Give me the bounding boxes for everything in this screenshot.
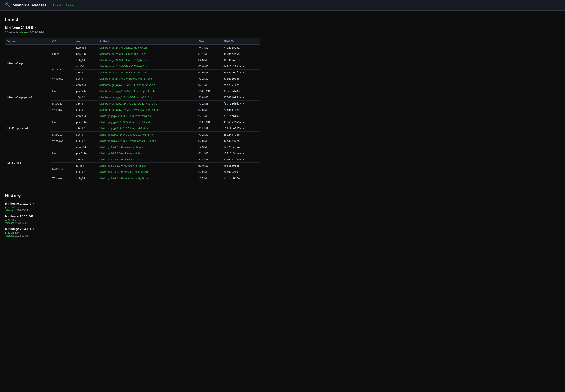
sha-cell: f9d754d8d7··· <box>221 101 260 107</box>
nav-history[interactable]: History <box>66 3 75 7</box>
arch-cell: aarch64 <box>74 82 97 88</box>
sha-cell: faac5571c4··· <box>221 82 260 88</box>
history-release-hash[interactable]: # <box>33 227 34 231</box>
table-row: Miniforge-pypy3Linuxaarch64Miniforge-pyp… <box>5 113 260 119</box>
latest-section: Latest Miniforge 24.3.0-0 # 22 artifacts… <box>5 17 260 181</box>
artifact-link[interactable]: Miniforge3-24.3.0-0-MacOSX-x86_64.sh <box>99 170 148 173</box>
os-cell: Linux <box>50 113 74 132</box>
sha-cell: 371da29c86··· <box>221 76 260 82</box>
artifact-cell: Mambaforge-pypy3-24.3.0-0-Windows-x86_64… <box>97 107 196 113</box>
history-release-title: Miniforge 23.11.0-0 # <box>5 214 260 218</box>
history-releases: Miniforge 24.1.2-0 # ▶ 22 artifacts rele… <box>5 202 260 237</box>
artifact-link[interactable]: Mambaforge-pypy3-24.3.0-0-Windows-x86_64… <box>99 108 160 111</box>
sha-cell: 45b24a7dec··· <box>221 132 260 138</box>
expand-button[interactable]: ▶ 22 artifacts <box>5 206 20 209</box>
artifact-cell: Mambaforge-pypy3-24.3.0-0-Linux-aarch64.… <box>97 82 196 88</box>
artifact-link[interactable]: Miniforge-pypy3-24.3.0-0-Linux-x86_64.sh <box>99 127 150 130</box>
artifact-cell: Miniforge3-24.3.0-0-Linux-ppc64le.sh <box>97 150 196 156</box>
arch-cell: x86_64 <box>74 76 97 82</box>
artifact-cell: Miniforge3-24.3.0-0-Linux-x86_64.sh <box>97 156 196 163</box>
size-cell: 81.1 MB <box>196 51 221 57</box>
artifact-link[interactable]: Miniforge3-24.3.0-0-Linux-ppc64le.sh <box>99 152 144 155</box>
sha-cell: 4266da74e6··· <box>221 119 260 126</box>
artifact-cell: Miniforge-pypy3-24.3.0-0-Linux-aarch64.s… <box>97 113 196 119</box>
sha-cell: b361dc6fa7··· <box>221 113 260 119</box>
size-cell: 91.8 MB <box>196 94 221 101</box>
os-cell: MacOSX <box>50 63 74 76</box>
history-release-item: Miniforge 24.1.2-0 # ▶ 22 artifacts rele… <box>5 202 260 212</box>
artifact-cell: Miniforge3-24.3.0-0-MacOSX-x86_64.sh <box>97 169 196 175</box>
col-size: Size <box>196 38 221 45</box>
artifact-link[interactable]: Miniforge3-24.3.0-0-Linux-x86_64.sh <box>99 158 143 161</box>
artifact-cell: Miniforge-pypy3-24.3.0-0-MacOSX-x86_64.s… <box>97 132 196 138</box>
expand-button[interactable]: ▶ 22 artifacts <box>5 231 20 234</box>
artifact-link[interactable]: Miniforge3-24.3.0-0-Linux-aarch64.sh <box>99 145 144 149</box>
os-cell: Linux <box>50 144 74 163</box>
artifact-link[interactable]: Mambaforge-pypy3-24.3.0-0-Linux-ppc64le.… <box>99 90 155 93</box>
artifact-link[interactable]: Miniforge-pypy3-24.3.0-0-Linux-aarch64.s… <box>99 114 151 118</box>
size-cell: 82.8 MB <box>196 57 221 63</box>
artifact-link[interactable]: Mambaforge-pypy3-24.3.0-0-Linux-x86_64.s… <box>99 96 154 99</box>
expand-button[interactable]: ▶ 22 artifacts <box>5 219 20 222</box>
sha-cell: 26a80621b1··· <box>221 169 260 175</box>
os-cell: MacOSX <box>50 163 74 175</box>
sha-cell: 9b3c3d9fa3··· <box>221 163 260 169</box>
artifact-link[interactable]: Miniforge-pypy3-24.3.0-0-MacOSX-x86_64.s… <box>99 133 154 136</box>
latest-release-hash[interactable]: # <box>35 26 36 29</box>
artifact-link[interactable]: Mambaforge-24.3.0-0-Linux-ppc64le.sh <box>99 52 147 56</box>
sha-cell: 87562def5d··· <box>221 94 260 101</box>
arch-cell: x86_64 <box>74 101 97 107</box>
history-release-hash[interactable]: # <box>35 215 36 218</box>
size-cell: 91.8 MB <box>196 126 221 132</box>
sha-cell: 4550d7cb6e··· <box>221 51 260 57</box>
sha-cell: b7710f5dba··· <box>221 150 260 156</box>
arch-cell: ppc641e <box>74 88 97 94</box>
artifact-link[interactable]: Mambaforge-24.3.0-0-Windows-x86_64.exe <box>99 77 152 80</box>
artifact-link[interactable]: Mambaforge-24.3.0-0-Linux-x86_64.sh <box>99 58 146 62</box>
artifact-link[interactable]: Miniforge3-24.3.0-0-MacOSX-arm64.sh <box>99 164 147 167</box>
sha-cell: 5455900cf1··· <box>221 70 260 76</box>
col-os: OS <box>50 38 74 45</box>
artifact-cell: Mambaforge-24.3.0-0-Linux-aarch64.sh <box>97 45 196 51</box>
arch-cell: ppc641e <box>74 150 97 156</box>
arch-cell: aarch64 <box>74 113 97 119</box>
size-cell: 77.2 MB <box>196 101 221 107</box>
artifact-link[interactable]: Mambaforge-24.3.0-0-MacOSX-arm64.sh <box>99 65 149 68</box>
os-cell: Windows <box>50 107 74 113</box>
variant-cell: Mambaforge-pypy3 <box>5 82 50 113</box>
size-cell: 81.1 MB <box>196 150 221 156</box>
history-release-hash[interactable]: # <box>33 202 34 205</box>
history-release-meta: ▶ 22 artifacts released 2024-03-24 <box>5 206 260 212</box>
table-header: Variant OS Arch Artifact Size SHA256 <box>5 38 260 45</box>
os-cell: Windows <box>50 76 74 82</box>
size-cell: 82.8 MB <box>196 156 221 163</box>
app-header: 🔨 Miniforge Releases Latest History <box>0 0 565 11</box>
artifact-link[interactable]: Miniforge3-24.3.0-0-Windows-x86_64.exe <box>99 177 149 180</box>
sha-cell: 23367676b6··· <box>221 156 260 163</box>
variant-cell: Miniforge3 <box>5 144 50 181</box>
artifact-cell: Mambaforge-24.3.0-0-Linux-x86_64.sh <box>97 57 196 63</box>
size-cell: 83.8 MB <box>196 107 221 113</box>
arch-cell: x86_64 <box>74 156 97 163</box>
size-cell: 74.3 MB <box>196 144 221 150</box>
artifact-link[interactable]: Mambaforge-pypy3-24.3.0-0-MacOSX-x86_64.… <box>99 102 159 105</box>
size-cell: 60.0 MB <box>196 63 221 70</box>
artifact-link[interactable]: Mambaforge-24.3.0-0-MacOSX-x86_64.sh <box>99 71 150 74</box>
variant-cell: Miniforge-pypy3 <box>5 113 50 144</box>
arch-cell: aarch64 <box>74 144 97 150</box>
brand-title: Miniforge Releases <box>13 3 47 7</box>
history-section: History Miniforge 24.1.2-0 # ▶ 22 artifa… <box>5 193 260 237</box>
nav-latest[interactable]: Latest <box>53 3 61 7</box>
size-cell: 71.2 MB <box>196 76 221 82</box>
size-cell: 83.8 MB <box>196 138 221 144</box>
artifact-link[interactable]: Miniforge-pypy3-24.3.0-0-Linux-ppc64le.s… <box>99 121 151 124</box>
size-cell: 71.2 MB <box>196 175 221 181</box>
artifact-link[interactable]: Mambaforge-24.3.0-0-Linux-aarch64.sh <box>99 46 147 49</box>
artifact-cell: Miniforge3-24.3.0-0-Windows-x86_64.exe <box>97 175 196 181</box>
arch-cell: x86_64 <box>74 57 97 63</box>
artifact-cell: Miniforge3-24.3.0-0-MacOSX-arm64.sh <box>97 163 196 169</box>
os-cell: Linux <box>50 82 74 101</box>
artifact-link[interactable]: Miniforge-pypy3-24.3.0-0-Windows-x86_64.… <box>99 139 156 142</box>
artifact-link[interactable]: Mambaforge-pypy3-24.3.0-0-Linux-aarch64.… <box>99 84 155 86</box>
arch-cell: aarch64 <box>74 45 97 51</box>
